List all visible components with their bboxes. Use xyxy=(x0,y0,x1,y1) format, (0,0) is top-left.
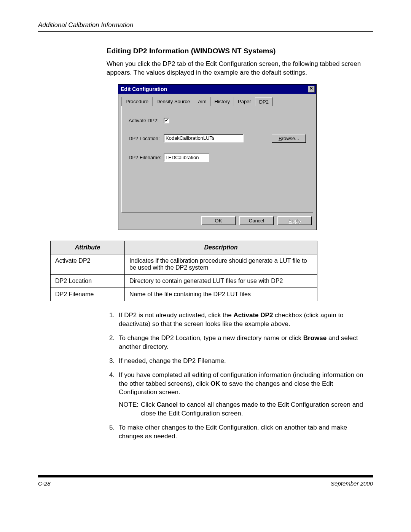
list-item: To make other changes to the Edit Config… xyxy=(116,423,373,441)
cell-attr: DP2 Filename xyxy=(51,288,125,301)
page-number: C-28 xyxy=(38,480,51,487)
step-text: To change the DP2 Location, type a new d… xyxy=(119,334,303,342)
dp2-filename-label: DP2 Filename: xyxy=(129,155,164,160)
browse-rest: rowse... xyxy=(282,136,299,141)
running-head: Additional Calibration Information xyxy=(38,21,373,32)
dialog-titlebar: Edit Configuration ✕ xyxy=(118,85,316,94)
step-bold: Browse xyxy=(303,334,327,342)
step-text: If DP2 is not already activated, click t… xyxy=(119,312,233,319)
note-label: NOTE: xyxy=(119,401,141,418)
section-title: Editing DP2 Information (WINDOWS NT Syst… xyxy=(107,47,373,55)
step-bold: Activate DP2 xyxy=(233,312,273,319)
close-icon[interactable]: ✕ xyxy=(308,86,315,93)
list-item: To change the DP2 Location, type a new d… xyxy=(116,334,373,351)
dialog-button-row: OK Cancel Apply xyxy=(118,216,316,230)
dp2-filename-input[interactable]: LEDCalibration xyxy=(164,153,209,162)
note-part: Click xyxy=(141,401,157,408)
attribute-table: Attribute Description Activate DP2 Indic… xyxy=(50,241,317,301)
tab-strip: Procedure Density Source Aim History Pap… xyxy=(118,94,316,106)
tab-dp2[interactable]: DP2 xyxy=(255,97,273,106)
cell-attr: DP2 Location xyxy=(51,274,125,288)
tab-procedure[interactable]: Procedure xyxy=(121,97,153,106)
activate-dp2-label: Activate DP2: xyxy=(129,118,164,123)
intro-paragraph: When you click the DP2 tab of the Edit C… xyxy=(107,60,373,77)
cell-desc: Name of the file containing the DP2 LUT … xyxy=(125,288,317,301)
footer-rule xyxy=(38,475,373,478)
cell-attr: Activate DP2 xyxy=(51,254,125,274)
browse-button[interactable]: Browse... xyxy=(272,134,306,143)
cell-desc: Indicates if the calibration procedure s… xyxy=(125,254,317,274)
table-row: Activate DP2 Indicates if the calibratio… xyxy=(51,254,317,274)
apply-button[interactable]: Apply xyxy=(277,216,312,225)
cell-desc: Directory to contain generated LUT files… xyxy=(125,274,317,288)
ok-button[interactable]: OK xyxy=(201,216,236,225)
apply-rest: pply xyxy=(292,218,301,224)
tab-density-source[interactable]: Density Source xyxy=(152,97,194,106)
dp2-location-input[interactable]: KodakCalibrationLUTs xyxy=(164,134,244,142)
dp2-location-label: DP2 Location: xyxy=(129,136,164,141)
table-row: DP2 Location Directory to contain genera… xyxy=(51,274,317,288)
dialog-title: Edit Configuration xyxy=(121,86,167,92)
table-row: DP2 Filename Name of the file containing… xyxy=(51,288,317,301)
col-header-attribute: Attribute xyxy=(51,241,125,254)
browse-accel: B xyxy=(279,136,282,141)
page-footer: C-28 September 2000 xyxy=(38,480,373,487)
tab-aim[interactable]: Aim xyxy=(194,97,210,106)
tab-history[interactable]: History xyxy=(210,97,234,106)
list-item: If DP2 is not already activated, click t… xyxy=(116,311,373,329)
footer-date: September 2000 xyxy=(331,480,373,487)
col-header-description: Description xyxy=(125,241,317,254)
step-list: If DP2 is not already activated, click t… xyxy=(107,311,373,441)
edit-configuration-dialog: Edit Configuration ✕ Procedure Density S… xyxy=(118,84,317,230)
cancel-button[interactable]: Cancel xyxy=(239,216,274,225)
activate-dp2-checkbox[interactable]: ✔ xyxy=(164,118,169,123)
note: NOTE: Click Cancel to cancel all changes… xyxy=(119,401,373,418)
step-bold: OK xyxy=(210,380,220,387)
tab-paper[interactable]: Paper xyxy=(234,97,255,106)
list-item: If needed, change the DP2 Filename. xyxy=(116,357,373,366)
list-item: If you have completed all editing of con… xyxy=(116,371,373,419)
tab-panel: Activate DP2: ✔ DP2 Location: KodakCalib… xyxy=(121,106,313,212)
note-bold: Cancel xyxy=(157,401,178,408)
note-text: Click Cancel to cancel all changes made … xyxy=(141,401,373,418)
